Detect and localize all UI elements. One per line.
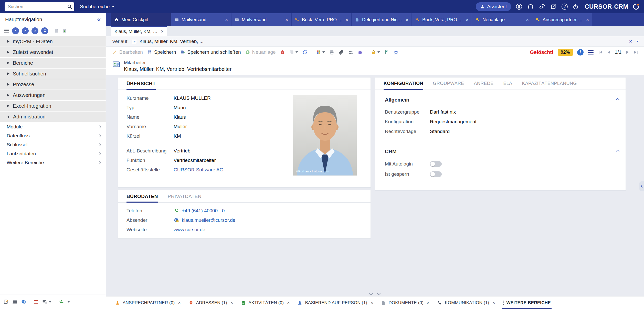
next-record-icon[interactable] [625, 50, 630, 55]
workspace-tab-buck-vera-2[interactable]: Buck, Vera, PRO MA... × [412, 13, 472, 26]
nav-back-button[interactable] [12, 27, 19, 34]
collapse-section-icon[interactable] [616, 150, 619, 153]
sidebar-item-bereiche[interactable]: Bereiche [0, 58, 106, 68]
document-tab-klaus-mueller[interactable]: Klaus, Müller, KM, V... × [111, 26, 167, 36]
search-icon[interactable] [67, 4, 72, 9]
sidebar-item-mycrm[interactable]: myCRM - FDaten [0, 36, 106, 47]
nav-forward-button[interactable] [22, 27, 29, 34]
refresh-button[interactable] [302, 50, 308, 55]
delete-button[interactable] [280, 50, 285, 55]
chevron-down-icon[interactable] [369, 292, 373, 295]
sidebar-item-excel-integration[interactable]: Excel-Integration [0, 101, 106, 111]
sidebar-item-administration[interactable]: Administration [0, 112, 106, 122]
menu-icon[interactable] [588, 50, 594, 54]
nav-up-button[interactable] [31, 27, 38, 34]
copy-button[interactable] [289, 50, 298, 55]
workspace-tab-mailversand-1[interactable]: Mailversand × [171, 13, 231, 26]
tab-buerodaten[interactable]: BÜRODATEN [126, 190, 158, 202]
menu-icon[interactable] [4, 29, 9, 33]
save-button[interactable]: Speichern [147, 49, 176, 55]
close-icon[interactable]: × [526, 17, 529, 22]
nav-top-button[interactable] [41, 27, 48, 34]
tab-groupware[interactable]: GROUPWARE [433, 78, 464, 90]
edit-button[interactable]: Bearbeiten [112, 49, 143, 55]
chevron-down-icon[interactable] [636, 41, 639, 42]
first-record-icon[interactable] [598, 50, 603, 55]
tab-uebersicht[interactable]: ÜBERSICHT [126, 78, 156, 90]
sidebar-item-schnellsuchen[interactable]: Schnellsuchen [0, 69, 106, 79]
close-icon[interactable]: × [345, 17, 348, 22]
history-entry[interactable]: Klaus, Müller, KM, Vertrieb, ... [139, 39, 203, 44]
close-icon[interactable]: × [287, 300, 290, 305]
phone-number-link[interactable]: +49 (641) 40000 - 0 [182, 208, 225, 214]
website-link[interactable]: www.cursor.de [174, 227, 205, 233]
bottom-tab-ansprechpartner[interactable]: ANSPRECHPARTNER (0) × [111, 296, 185, 309]
close-icon[interactable]: × [178, 300, 181, 305]
edit-note-icon[interactable] [550, 3, 557, 10]
globe-icon[interactable] [21, 299, 26, 304]
tab-anrede[interactable]: ANREDE [474, 78, 494, 90]
close-icon[interactable]: × [225, 17, 228, 22]
add-document-icon[interactable] [62, 28, 67, 33]
sidebar-item-prozesse[interactable]: Prozesse [0, 79, 106, 90]
autologin-toggle[interactable] [430, 161, 442, 167]
save-close-button[interactable]: Speichern und schließen [180, 49, 241, 55]
sidebar-subitem-laufzeitdaten[interactable]: Laufzeitdaten [0, 149, 106, 158]
print-button[interactable] [329, 50, 334, 55]
bottom-tab-basierend-auf-person[interactable]: BASIEREND AUF PERSON (1) × [293, 296, 377, 309]
prev-record-icon[interactable] [606, 50, 611, 55]
bottom-panel-collapse[interactable] [370, 292, 380, 295]
info-icon[interactable]: i [577, 49, 584, 56]
last-record-icon[interactable] [633, 50, 638, 55]
geschaeftsstelle-link[interactable]: CURSOR Software AG [174, 167, 223, 173]
collapse-section-icon[interactable] [616, 98, 619, 102]
close-icon[interactable]: × [230, 300, 233, 305]
sidebar-item-zuletzt-verwendet[interactable]: Zuletzt verwendet [0, 47, 106, 57]
new-record-button[interactable]: Neuanlage [245, 49, 276, 55]
sidebar-subitem-weitere-bereiche[interactable]: Weitere Bereiche [0, 158, 106, 167]
email-link[interactable]: klaus.mueller@cursor.de [182, 217, 235, 223]
chevron-down-icon[interactable] [67, 301, 70, 303]
close-icon[interactable]: × [161, 29, 164, 34]
logout-power-icon[interactable] [572, 3, 579, 10]
chevron-down-icon[interactable] [377, 292, 381, 295]
search-scopes-dropdown[interactable]: Suchbereiche [80, 4, 114, 9]
close-icon[interactable]: × [406, 17, 408, 22]
sidebar-subitem-datenfluss[interactable]: Datenfluss [0, 131, 106, 140]
link-icon[interactable] [539, 3, 546, 10]
apps-grid-button[interactable] [316, 50, 325, 55]
bottom-tab-adressen[interactable]: ADRESSEN (1) × [185, 296, 237, 309]
devices-icon[interactable] [12, 299, 18, 305]
permissions-button[interactable] [371, 50, 380, 55]
bottom-tab-weitere-bereiche[interactable]: WEITERE BEREICHE [499, 296, 554, 309]
close-icon[interactable]: × [492, 300, 495, 305]
sidebar-subitem-schluessel[interactable]: Schlüssel [0, 140, 106, 149]
close-icon[interactable]: × [371, 300, 373, 305]
new-document-icon[interactable] [54, 28, 59, 33]
bottom-tab-kommunikation[interactable]: KOMMUNIKATION (1) × [433, 296, 499, 309]
right-panel-toggle[interactable] [639, 181, 644, 191]
bottom-tab-aktivitaeten[interactable]: AKTIVITÄTEN (0) × [237, 296, 293, 309]
sidebar-subitem-module[interactable]: Module [0, 122, 106, 131]
note-edit-icon[interactable] [3, 299, 9, 304]
contacts-button[interactable] [348, 50, 353, 55]
global-search[interactable] [5, 2, 74, 11]
bottom-tab-dokumente[interactable]: DOKUMENTE (0) × [377, 296, 433, 309]
tab-ela[interactable]: ELA [503, 78, 512, 90]
gesperrt-toggle[interactable] [430, 171, 442, 177]
plugin-button[interactable] [357, 50, 363, 55]
workspace-tab-mailversand-2[interactable]: Mailversand × [231, 13, 291, 26]
assistant-button[interactable]: Assistent [476, 2, 511, 11]
transfer-icon[interactable] [58, 299, 64, 305]
tab-konfiguration[interactable]: KONFIGURATION [384, 78, 423, 90]
close-icon[interactable]: × [285, 17, 288, 22]
close-icon[interactable]: × [427, 300, 429, 305]
monitor-document-icon[interactable] [42, 299, 51, 305]
sidebar-item-auswertungen[interactable]: Auswertungen [0, 90, 106, 100]
close-icon[interactable]: × [629, 39, 632, 44]
tab-kapazitaetenplanung[interactable]: KAPAZITÄTENPLANUNG [522, 78, 577, 90]
search-input[interactable] [8, 4, 65, 9]
favorite-button[interactable] [393, 50, 399, 55]
calendar-icon[interactable] [33, 299, 39, 304]
help-icon[interactable]: ? [562, 4, 568, 10]
